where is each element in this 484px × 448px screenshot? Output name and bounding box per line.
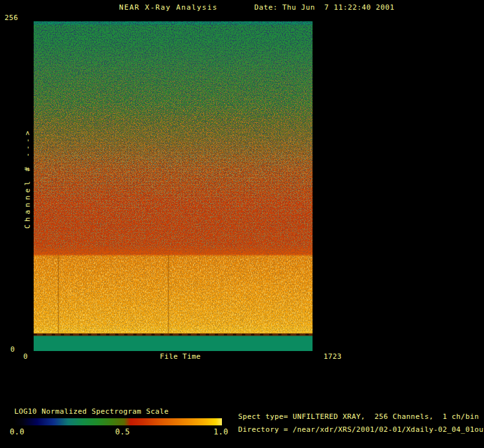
spectrogram-plot [34,21,313,351]
page-title: NEAR X-Ray Analysis [119,3,217,12]
x-axis-min-label: 0 [23,352,28,361]
header-date: Date: Thu Jun 7 11:22:40 2001 [254,3,395,12]
colorbar-tick-2: 1.0 [214,428,228,436]
y-axis-max-label: 256 [5,14,18,22]
colorbar-tick-0: 0.0 [10,428,25,436]
colorbar-tick-1: 0.5 [115,428,130,436]
y-axis-min-label: 0 [10,345,15,354]
colorbar-gradient [14,418,222,425]
x-axis-title: File Time [160,352,201,361]
y-axis-title: Channel # ---> [23,128,32,229]
spect-type-text: Spect type= UNFILTERED XRAY, 256 Channel… [238,412,479,421]
colorbar-title: LOG10 Normalized Spectrogram Scale [14,407,169,416]
x-axis-max-label: 1723 [324,352,342,361]
app-window: NEAR X-Ray Analysis Date: Thu Jun 7 11:2… [0,0,484,448]
directory-text: Directory = /near/xdr/XRS/2001/02-01/Xda… [238,425,484,434]
spectrogram-image [34,21,313,351]
